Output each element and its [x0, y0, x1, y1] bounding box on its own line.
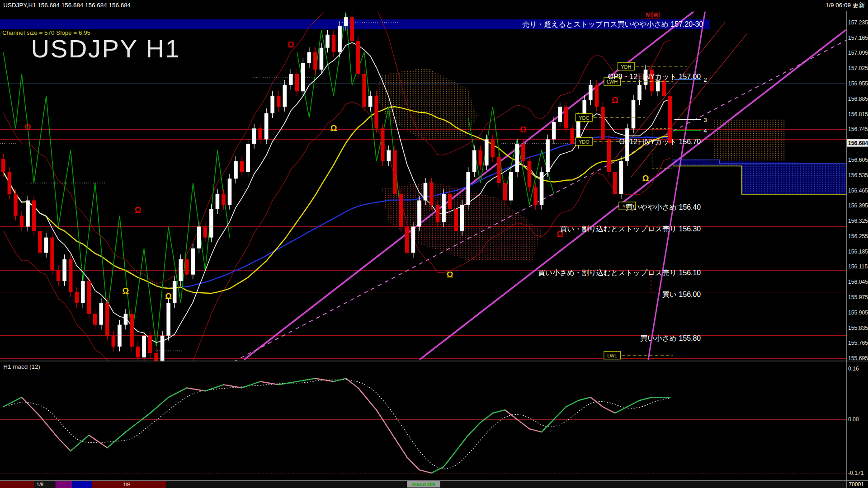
candle-body [533, 188, 538, 205]
ichimoku-cloud [673, 164, 863, 194]
price-label: 155.765 [848, 340, 868, 346]
candle-body [75, 292, 79, 303]
ma-fast [3, 42, 670, 343]
macd-axis-label: 0.16 [848, 366, 859, 372]
macd-line-segment [46, 423, 52, 431]
level-annotation: 買いやや小さめ 156.40 [626, 203, 701, 211]
macd-line-segment [297, 380, 303, 381]
macd-line-segment [646, 397, 652, 399]
trend-line [227, 29, 868, 365]
trading-chart[interactable]: USDJPY H1 YDHLWHYDCYDOYDLLWLΩΩΩΩΩΩΩΩΩΩΩM… [0, 0, 868, 488]
current-price-label: 156.684 [848, 140, 868, 146]
macd-line-segment [468, 429, 475, 435]
candle-body [307, 52, 311, 63]
macd-line-segment [175, 391, 181, 394]
macd-line-segment [462, 435, 468, 443]
price-label: 155.975 [848, 294, 868, 300]
candle-body [509, 172, 513, 201]
candle-body [332, 35, 336, 52]
omega-signal-red: Ω [612, 95, 618, 105]
macd-axis-label: 0.00 [848, 416, 859, 422]
bar-counter: 70001 [849, 481, 864, 488]
top-bar: USDJPY,H1 156.684 156.684 156.684 156.68… [0, 0, 868, 11]
candle-body [564, 107, 568, 128]
macd-pane[interactable] [0, 369, 846, 473]
candle-body [417, 201, 421, 227]
macd-line-segment [9, 400, 16, 404]
update-time: 1/9 06:09 更新 [826, 2, 865, 9]
candle-body [191, 249, 195, 275]
date-label: 1/9 [123, 482, 130, 487]
candle-body [87, 281, 91, 314]
candle-body [160, 336, 165, 362]
letter-marker: M [646, 12, 651, 18]
candle-body [240, 161, 244, 172]
macd-line-segment [511, 415, 517, 419]
price-label: 157.025 [848, 65, 868, 71]
candle-body [344, 17, 348, 26]
candle-body [320, 48, 324, 70]
candle-body [209, 209, 213, 238]
macd-line-segment [309, 378, 316, 379]
macd-line-segment [107, 442, 113, 448]
macd-line-segment [578, 399, 585, 400]
macd-line-segment [138, 418, 144, 422]
macd-line-segment [407, 457, 413, 464]
candle-body [14, 194, 18, 216]
candle-body [503, 183, 507, 201]
candle-body [148, 336, 152, 353]
candle-body [203, 226, 208, 237]
candle-body [374, 96, 378, 128]
zigzag-line [3, 52, 230, 347]
date-label: 1/8 [37, 482, 43, 487]
candle-body [595, 85, 599, 107]
macd-line-segment [285, 383, 291, 384]
omega-signal-yellow: Ω [165, 291, 172, 301]
omega-signal-yellow: Ω [447, 270, 453, 279]
macd-toggle-label[interactable]: macd ON [412, 481, 435, 487]
macd-line-segment [474, 422, 481, 429]
candle-body [442, 194, 446, 222]
macd-toggle-button[interactable]: macd ON [407, 481, 440, 488]
price-label: 155.695 [848, 355, 868, 361]
macd-line-segment [590, 397, 597, 402]
macd-line-segment [382, 419, 389, 429]
price-label: 156.745 [848, 126, 868, 132]
candle-body [356, 41, 360, 74]
macd-line-segment [126, 427, 132, 432]
candle-body [136, 347, 140, 357]
price-label: 156.255 [848, 233, 868, 239]
price-label: 155.905 [848, 310, 868, 316]
candle-body [478, 150, 482, 166]
macd-line-segment [548, 419, 554, 426]
macd-line-segment [181, 388, 187, 391]
numbered-level-label: 3 [703, 117, 707, 123]
macd-line-segment [597, 402, 603, 407]
candle-body [607, 139, 611, 172]
candle-body [44, 238, 48, 253]
candle-body [662, 80, 666, 96]
trend-line [648, 0, 707, 360]
candle-body [258, 128, 262, 139]
price-label: 156.045 [848, 279, 868, 285]
macd-line-segment [621, 407, 627, 410]
candle-body [32, 201, 36, 231]
price-label: 156.325 [848, 218, 868, 224]
macd-line-segment [517, 419, 524, 424]
macd-line-segment [542, 426, 548, 432]
price-label: 156.115 [848, 263, 868, 270]
macd-indicator-label: H1 macd (12) [3, 363, 40, 370]
candle-body [424, 183, 428, 201]
tag-label: YDC [579, 115, 589, 121]
price-axis[interactable]: 157.235157.165157.095157.025156.955156.8… [846, 0, 868, 488]
macd-line-segment [187, 388, 193, 389]
price-label: 155.835 [848, 325, 868, 331]
candle-body [57, 270, 61, 281]
candle-body [283, 85, 287, 107]
macd-line-segment [486, 413, 493, 418]
macd-line-segment [156, 403, 163, 408]
macd-line-segment [211, 387, 217, 389]
price-label: 156.815 [848, 111, 868, 117]
macd-line-segment [303, 380, 309, 380]
macd-line-segment [71, 446, 77, 451]
